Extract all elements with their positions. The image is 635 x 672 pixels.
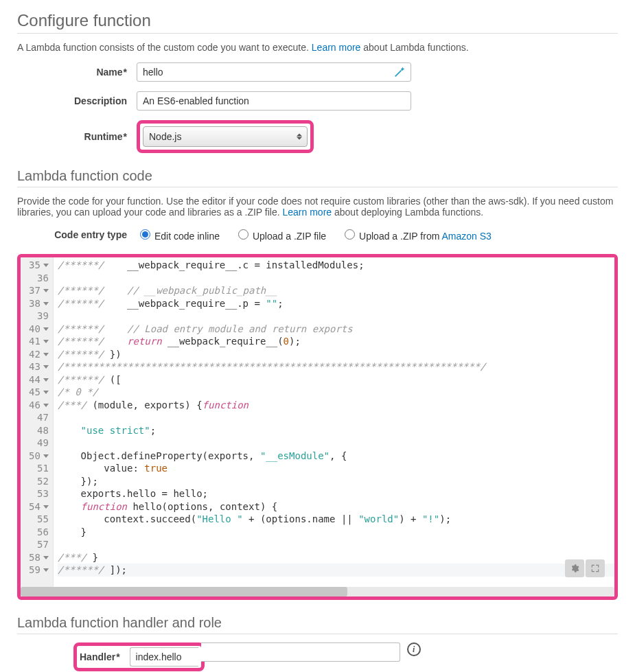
- wand-icon: [393, 66, 406, 78]
- amazon-s3-link[interactable]: Amazon S3: [441, 231, 491, 242]
- divider: [17, 187, 618, 187]
- gear-icon[interactable]: [565, 559, 584, 577]
- description-label: Description: [17, 95, 137, 106]
- radio-inline-input[interactable]: [140, 229, 150, 240]
- radio-zip-input[interactable]: [238, 229, 249, 240]
- learn-more-deploy-link[interactable]: Learn more: [283, 207, 332, 218]
- editor-hscroll[interactable]: [21, 587, 614, 596]
- name-input[interactable]: [137, 62, 411, 82]
- configure-desc-text: A Lambda function consists of the custom…: [17, 42, 312, 53]
- radio-s3-input[interactable]: [345, 229, 355, 240]
- radio-inline[interactable]: Edit code inline: [137, 227, 220, 242]
- handler-input-hl[interactable]: [130, 647, 198, 667]
- code-section-title: Lambda function code: [17, 168, 618, 184]
- highlight-handler: Handler: [73, 642, 205, 671]
- radio-zip[interactable]: Upload a .ZIP file: [235, 227, 326, 242]
- highlight-runtime: Node.js: [137, 120, 314, 153]
- configure-desc-tail: about Lambda functions.: [360, 42, 468, 53]
- radio-inline-label: Edit code inline: [154, 231, 220, 242]
- radio-s3[interactable]: Upload a .ZIP from Amazon S3: [341, 227, 492, 242]
- editor-gutter: 3536373839404142434445464748495051525354…: [21, 257, 54, 587]
- code-entry-label: Code entry type: [17, 229, 137, 240]
- editor-code[interactable]: /******/ __webpack_require__.c = install…: [54, 257, 614, 587]
- configure-desc: A Lambda function consists of the custom…: [17, 42, 618, 53]
- description-input[interactable]: [137, 91, 411, 111]
- configure-title: Configure function: [17, 11, 618, 30]
- handler-label: Handler: [80, 651, 130, 662]
- code-desc-tail: about deploying Lambda functions.: [332, 207, 483, 218]
- runtime-select[interactable]: Node.js: [143, 126, 308, 147]
- handler-section-title: Lambda function handler and role: [17, 615, 618, 631]
- learn-more-link[interactable]: Learn more: [312, 42, 361, 53]
- expand-icon[interactable]: [586, 559, 605, 577]
- highlight-editor: 3536373839404142434445464748495051525354…: [17, 254, 618, 600]
- runtime-label: Runtime: [17, 131, 137, 142]
- radio-s3-label: Upload a .ZIP from: [359, 231, 441, 242]
- code-desc: Provide the code for your function. Use …: [17, 196, 618, 218]
- divider: [17, 33, 618, 34]
- handler-input-rest[interactable]: [201, 642, 400, 662]
- divider: [17, 634, 618, 634]
- code-editor[interactable]: 3536373839404142434445464748495051525354…: [21, 257, 614, 587]
- name-label: Name: [17, 67, 137, 78]
- radio-zip-label: Upload a .ZIP file: [253, 231, 326, 242]
- info-icon[interactable]: i: [407, 642, 421, 656]
